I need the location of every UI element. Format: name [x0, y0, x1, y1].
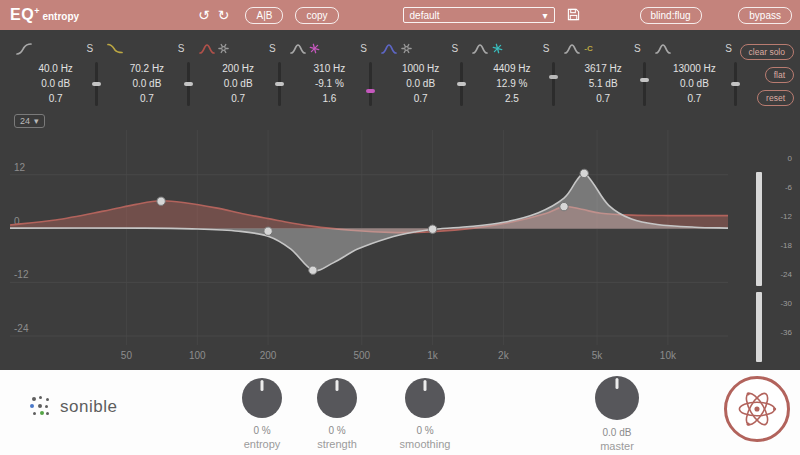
slider-handle[interactable] — [549, 75, 558, 79]
smoothing-knob[interactable] — [405, 378, 445, 418]
band-q-value[interactable]: 2.5 — [472, 91, 551, 106]
band-gain-slider[interactable] — [187, 62, 190, 106]
band-gain-value[interactable]: 0.0 dB — [381, 76, 460, 91]
band-7-values: 3617 Hz 5.1 dB 0.7 — [564, 61, 649, 106]
slider-handle[interactable] — [184, 82, 193, 86]
band-q-value[interactable]: 0.7 — [381, 91, 460, 106]
strength-value: 0 % — [305, 425, 369, 436]
band-frequency-value[interactable]: 200 Hz — [199, 61, 278, 76]
bell-filter-icon[interactable] — [290, 41, 306, 56]
knob-indicator — [336, 380, 339, 391]
preset-dropdown[interactable]: default ▾ — [403, 7, 555, 23]
gear-icon[interactable] — [400, 42, 412, 54]
undo-button[interactable]: ↺ — [194, 8, 214, 22]
smoothing-knob-group: 0 % smoothing — [393, 376, 457, 450]
solo-button[interactable]: S — [452, 43, 459, 54]
ai-spark-icon[interactable] — [491, 42, 503, 54]
band-gain-value[interactable]: 0.0 dB — [199, 76, 278, 91]
solo-button[interactable]: S — [634, 43, 641, 54]
band-5-header: S — [381, 40, 466, 56]
band-gain-value[interactable]: -9.1 % — [290, 76, 369, 91]
band-frequency-value[interactable]: 310 Hz — [290, 61, 369, 76]
band-gain-value[interactable]: 0.0 dB — [107, 76, 186, 91]
band-frequency-value[interactable]: 70.2 Hz — [107, 61, 186, 76]
eq-band-2: S 70.2 Hz 0.0 dB 0.7 — [107, 40, 192, 106]
band-q-value[interactable]: 0.7 — [16, 91, 95, 106]
band-frequency-value[interactable]: 4409 Hz — [472, 61, 551, 76]
band-frequency-value[interactable]: 3617 Hz — [564, 61, 643, 76]
meter-tick-label: -36 — [780, 328, 792, 337]
blindflug-button[interactable]: blind:flug — [640, 7, 702, 24]
solo-button[interactable]: S — [87, 43, 94, 54]
reset-button[interactable]: reset — [757, 90, 794, 106]
eq-curve-display[interactable]: 501002005001k2k5k10k120-12-24 — [10, 130, 728, 363]
solo-button[interactable]: S — [360, 43, 367, 54]
band-q-value[interactable]: 1.6 — [290, 91, 369, 106]
logo-dot — [46, 412, 49, 415]
band-2-value-list: 70.2 Hz 0.0 dB 0.7 — [107, 61, 186, 106]
slider-handle[interactable] — [275, 82, 284, 86]
clear-solo-button[interactable]: clear solo — [740, 44, 794, 60]
meter-segment — [756, 292, 762, 362]
band-6-values: 4409 Hz 12.9 % 2.5 — [472, 61, 557, 106]
band-gain-slider[interactable] — [643, 62, 646, 106]
meter-tick-label: 0 — [788, 154, 792, 163]
solo-button[interactable]: S — [543, 43, 550, 54]
flat-button[interactable]: flat — [765, 67, 794, 83]
bypass-button[interactable]: bypass — [738, 7, 792, 24]
band-q-value[interactable]: 0.7 — [564, 91, 643, 106]
entropy-knob[interactable] — [242, 378, 282, 418]
ai-spark-icon[interactable] — [309, 42, 321, 54]
sonible-logo-dots — [30, 396, 51, 417]
knob-indicator — [424, 380, 427, 391]
band-q-value[interactable]: 0.7 — [199, 91, 278, 106]
bell-filter-icon[interactable] — [655, 41, 671, 56]
slider-handle[interactable] — [366, 89, 375, 93]
band-gain-value[interactable]: 0.0 dB — [16, 76, 95, 91]
slider-handle[interactable] — [92, 82, 101, 86]
meter-tick-label: -24 — [780, 270, 792, 279]
save-preset-button[interactable] — [563, 8, 584, 23]
redo-button[interactable]: ↻ — [214, 8, 234, 22]
band-gain-slider[interactable] — [734, 62, 737, 106]
highpass-filter-icon[interactable] — [16, 41, 32, 56]
strength-knob[interactable] — [317, 378, 357, 418]
copy-button[interactable]: copy — [295, 7, 338, 24]
dynamic-c-icon[interactable]: -C — [583, 42, 595, 54]
band-gain-value[interactable]: 5.1 dB — [564, 76, 643, 91]
shelf-filter-icon[interactable] — [107, 41, 123, 56]
bell-filter-icon[interactable] — [381, 41, 397, 56]
band-frequency-value[interactable]: 13000 Hz — [655, 61, 734, 76]
band-gain-slider[interactable] — [460, 62, 463, 106]
ab-compare-button[interactable]: A|B — [245, 7, 283, 24]
bell-filter-icon[interactable] — [199, 41, 215, 56]
band-gain-slider[interactable] — [552, 62, 555, 106]
eq-band-6: S 4409 Hz 12.9 % 2.5 — [472, 40, 557, 106]
solo-button[interactable]: S — [269, 43, 276, 54]
band-frequency-value[interactable]: 40.0 Hz — [16, 61, 95, 76]
svg-text:2k: 2k — [498, 350, 510, 361]
output-meter: 0 -6 -12 -18 -24 -30 -36 out — [750, 148, 798, 390]
band-gain-value[interactable]: 0.0 dB — [655, 76, 734, 91]
band-gain-value[interactable]: 12.9 % — [472, 76, 551, 91]
slope-selector[interactable]: 24 ▾ — [14, 114, 45, 128]
gear-icon[interactable] — [218, 42, 230, 54]
band-4-value-list: 310 Hz -9.1 % 1.6 — [290, 61, 369, 106]
slider-handle[interactable] — [640, 78, 649, 82]
solo-button[interactable]: S — [725, 43, 732, 54]
svg-text:50: 50 — [121, 350, 133, 361]
band-q-value[interactable]: 0.7 — [655, 91, 734, 106]
master-knob[interactable] — [595, 376, 639, 420]
undo-icon: ↺ — [198, 7, 210, 23]
bell-filter-icon[interactable] — [564, 41, 580, 56]
band-q-value[interactable]: 0.7 — [107, 91, 186, 106]
band-gain-slider[interactable] — [278, 62, 281, 106]
slider-handle[interactable] — [457, 82, 466, 86]
band-gain-slider[interactable] — [95, 62, 98, 106]
band-gain-slider[interactable] — [369, 62, 372, 106]
svg-text:-24: -24 — [14, 323, 29, 334]
band-frequency-value[interactable]: 1000 Hz — [381, 61, 460, 76]
atom-logo[interactable] — [724, 376, 790, 442]
solo-button[interactable]: S — [178, 43, 185, 54]
bell-filter-icon[interactable] — [472, 41, 488, 56]
